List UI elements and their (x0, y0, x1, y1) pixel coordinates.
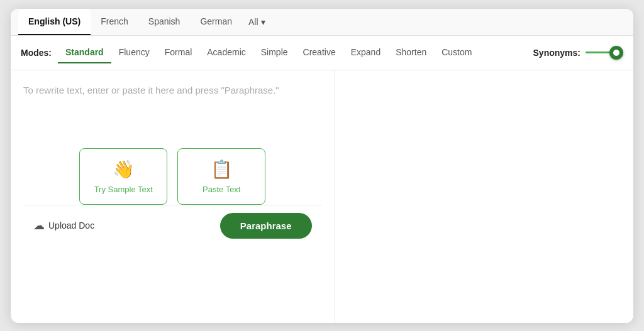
output-panel (335, 70, 634, 323)
modes-bar: Modes: Standard Fluency Formal Academic … (11, 36, 633, 70)
lang-tab-french[interactable]: French (91, 9, 138, 35)
waving-hand-icon: 👋 (113, 159, 135, 180)
mode-standard[interactable]: Standard (58, 42, 111, 63)
try-sample-text-button[interactable]: 👋 Try Sample Text (79, 148, 167, 205)
upload-doc-button[interactable]: ☁ Upload Doc (33, 219, 94, 232)
synonyms-toggle[interactable] (586, 46, 623, 60)
mode-formal[interactable]: Formal (157, 42, 200, 63)
upload-doc-label: Upload Doc (48, 220, 94, 231)
mode-expand[interactable]: Expand (343, 42, 388, 63)
modes-label: Modes: (21, 48, 52, 58)
lang-tab-spanish[interactable]: Spanish (138, 9, 191, 35)
bottom-bar: ☁ Upload Doc Paraphrase (23, 205, 322, 246)
try-sample-text-label: Try Sample Text (94, 185, 153, 194)
paraphrase-button[interactable]: Paraphrase (220, 213, 312, 239)
lang-tab-german[interactable]: German (190, 9, 242, 35)
toggle-thumb[interactable] (609, 46, 623, 60)
mode-academic[interactable]: Academic (199, 42, 253, 63)
placeholder-text: To rewrite text, enter or paste it here … (23, 83, 322, 98)
language-tabs-bar: English (US) French Spanish German All ▾ (11, 9, 633, 36)
mode-custom[interactable]: Custom (434, 42, 479, 63)
chevron-down-icon: ▾ (261, 17, 265, 27)
clipboard-icon: 📋 (211, 159, 233, 180)
upload-icon: ☁ (33, 219, 45, 232)
all-languages-dropdown[interactable]: All ▾ (242, 12, 272, 32)
synonyms-control: Synonyms: (533, 46, 623, 60)
main-content: To rewrite text, enter or paste it here … (11, 70, 633, 323)
paste-text-label: Paste Text (203, 185, 240, 194)
input-panel: To rewrite text, enter or paste it here … (11, 70, 335, 323)
lang-tab-english[interactable]: English (US) (18, 9, 91, 35)
mode-fluency[interactable]: Fluency (111, 42, 157, 63)
app-window: English (US) French Spanish German All ▾… (11, 9, 633, 323)
mode-creative[interactable]: Creative (296, 42, 343, 63)
paste-text-button[interactable]: 📋 Paste Text (177, 148, 265, 205)
mode-shorten[interactable]: Shorten (388, 42, 434, 63)
mode-simple[interactable]: Simple (253, 42, 296, 63)
action-buttons: 👋 Try Sample Text 📋 Paste Text (23, 148, 322, 205)
synonyms-label: Synonyms: (533, 48, 580, 58)
